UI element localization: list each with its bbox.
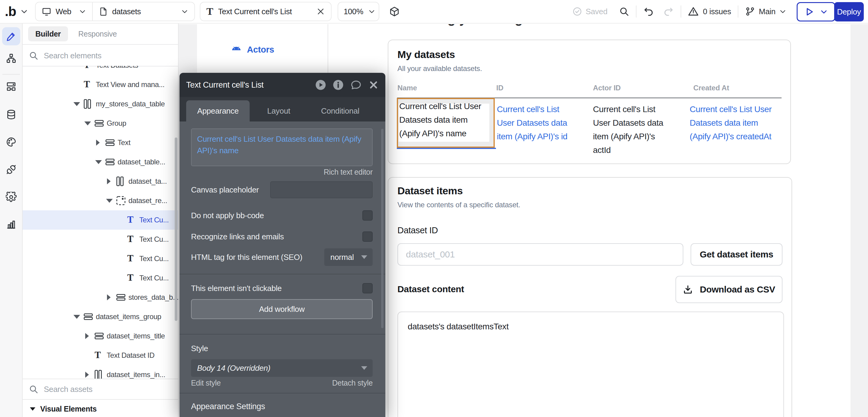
bbcode-checkbox[interactable]: [362, 210, 373, 221]
dataset-id-input[interactable]: dataset_001: [397, 243, 683, 266]
plugins-tab-button[interactable]: [2, 160, 20, 179]
tab-appearance[interactable]: Appearance: [186, 100, 250, 122]
component-cube-icon[interactable]: [389, 6, 400, 18]
tab-responsive[interactable]: Responsive: [71, 26, 124, 41]
tree-item-label: Group: [107, 119, 126, 128]
visual-elements-caret-icon: [30, 407, 35, 411]
expand-caret-icon[interactable]: [73, 315, 80, 319]
tree-item-dataset-items-title[interactable]: dataset_items_title: [23, 326, 178, 346]
tree-item-dataset-items-in[interactable]: dataset_items_in...: [23, 365, 178, 379]
tree-item-my-stores-data-table[interactable]: my_stores_data_table: [23, 94, 178, 114]
search-assets-field[interactable]: Search assets: [23, 379, 178, 400]
not-clickable-checkbox[interactable]: [362, 283, 373, 293]
issues-label: 0 issues: [703, 7, 731, 16]
links-emails-checkbox[interactable]: [362, 231, 373, 242]
logo-chevron-down-icon[interactable]: [20, 7, 28, 15]
get-dataset-items-button[interactable]: Get dataset items: [690, 243, 782, 266]
saved-check-icon: [572, 7, 582, 16]
tree-item-group[interactable]: Group: [23, 114, 178, 133]
tree-item-text-datasets[interactable]: TText Datasets: [23, 66, 178, 75]
data-tab-button[interactable]: [2, 105, 20, 124]
cell-id-text[interactable]: Current cell's List User Datasets data i…: [497, 102, 578, 143]
tree-item-dataset-items-group[interactable]: dataset_items_group: [23, 307, 178, 326]
rich-text-editor-link[interactable]: Rich text editor: [324, 168, 373, 177]
tree-item-text-cu[interactable]: TText Cu...: [23, 249, 178, 268]
tree-item-text-view-and-mana[interactable]: TText View and mana...: [23, 75, 178, 94]
tree-item-stores-data-b[interactable]: stores_data_b...: [23, 288, 178, 307]
search-icon[interactable]: [619, 6, 629, 17]
detach-style-link[interactable]: Detach style: [332, 379, 373, 387]
tab-conditional[interactable]: Conditional: [308, 100, 373, 122]
close-icon[interactable]: [368, 80, 379, 90]
element-info-icon[interactable]: [333, 79, 344, 90]
platform-chevron-icon: [79, 8, 86, 15]
logs-tab-button[interactable]: [2, 216, 20, 233]
property-editor-header[interactable]: Text Current cell's List: [180, 73, 385, 97]
search-elements-icon: [29, 51, 38, 60]
element-selector[interactable]: T Text Current cell's List: [200, 2, 332, 21]
search-elements-field[interactable]: Search elements: [23, 45, 178, 66]
tree-item-label: Text Cu...: [139, 274, 168, 282]
selected-text-element[interactable]: Current cell's List User Datasets data i…: [397, 98, 495, 148]
tree-scrollbar[interactable]: [175, 137, 178, 321]
design-mode-button[interactable]: [2, 27, 20, 45]
tree-item-text-cu[interactable]: TText Cu...: [23, 268, 178, 288]
download-csv-button[interactable]: Download as CSV: [676, 276, 782, 303]
dataset-content-text: datasets's datasetItemsText: [408, 322, 509, 331]
settings-tab-button[interactable]: [2, 188, 20, 206]
element-clear-icon[interactable]: [316, 7, 325, 16]
workflow-mode-button[interactable]: [2, 49, 20, 67]
collapse-caret-icon[interactable]: [107, 294, 111, 300]
element-play-icon[interactable]: [315, 79, 326, 90]
tree-item-text-cu[interactable]: TText Cu...: [23, 210, 178, 230]
element-comment-icon[interactable]: [350, 79, 362, 91]
components-button[interactable]: [2, 77, 20, 95]
tree-item-text-cu[interactable]: TText Cu...: [23, 230, 178, 249]
collapse-caret-icon[interactable]: [85, 372, 89, 378]
branch-selector[interactable]: Main: [745, 6, 786, 17]
group-icon: [116, 294, 125, 301]
collapse-caret-icon[interactable]: [85, 333, 89, 339]
repeating-group-icon: [116, 196, 125, 205]
tree-item-label: stores_data_b...: [128, 293, 178, 301]
tree-item-dataset-table[interactable]: dataset_table...: [23, 152, 178, 172]
tree-item-text-dataset-id[interactable]: TText Dataset ID: [23, 346, 178, 365]
rail-divider: [2, 74, 20, 75]
edit-style-link[interactable]: Edit style: [191, 379, 332, 387]
canvas-placeholder-input[interactable]: [270, 181, 373, 198]
visual-elements-section[interactable]: Visual Elements: [23, 401, 178, 417]
zoom-selector[interactable]: 100%: [338, 2, 379, 21]
popup-scrollbar[interactable]: [381, 129, 383, 328]
expand-caret-icon[interactable]: [84, 122, 91, 125]
tab-builder[interactable]: Builder: [28, 26, 68, 41]
deploy-button[interactable]: Deploy: [834, 2, 864, 22]
cell-created-at-text[interactable]: Current cell's List User Datasets data i…: [690, 102, 778, 143]
tree-item-text[interactable]: Text: [23, 133, 178, 152]
style-caret-icon: [361, 366, 367, 370]
dataset-items-card: Dataset items View the contents of a spe…: [388, 177, 792, 417]
undo-icon[interactable]: [643, 6, 654, 17]
tab-layout[interactable]: Layout: [254, 100, 304, 122]
platform-dropdown[interactable]: Web: [36, 2, 92, 21]
add-workflow-button[interactable]: Add workflow: [191, 299, 373, 319]
tree-item-dataset-ta[interactable]: dataset_ta...: [23, 172, 178, 191]
expand-caret-icon[interactable]: [73, 102, 80, 106]
bbcode-label: Do not apply bb-code: [191, 211, 362, 220]
style-select[interactable]: Body 14 (Overridden): [191, 359, 373, 377]
preview-button[interactable]: [797, 2, 835, 22]
issues-indicator[interactable]: 0 issues: [688, 6, 731, 17]
redo-icon[interactable]: [663, 6, 674, 17]
styles-tab-button[interactable]: [2, 133, 20, 151]
actors-label: Actors: [247, 45, 274, 55]
sidebar-item-actors[interactable]: Actors: [231, 45, 274, 54]
collapse-caret-icon[interactable]: [107, 178, 111, 184]
collapse-caret-icon[interactable]: [96, 139, 100, 146]
tree-item-dataset-re[interactable]: dataset_re...: [23, 191, 178, 210]
text-element-icon: T: [207, 6, 213, 17]
page-dropdown[interactable]: datasets: [93, 2, 194, 21]
rich-text-input[interactable]: Current cell's List User Datasets data i…: [191, 128, 373, 166]
bubble-logo[interactable]: .b: [5, 4, 16, 19]
html-tag-select[interactable]: normal: [324, 248, 373, 266]
expand-caret-icon[interactable]: [106, 199, 113, 203]
expand-caret-icon[interactable]: [95, 160, 102, 164]
